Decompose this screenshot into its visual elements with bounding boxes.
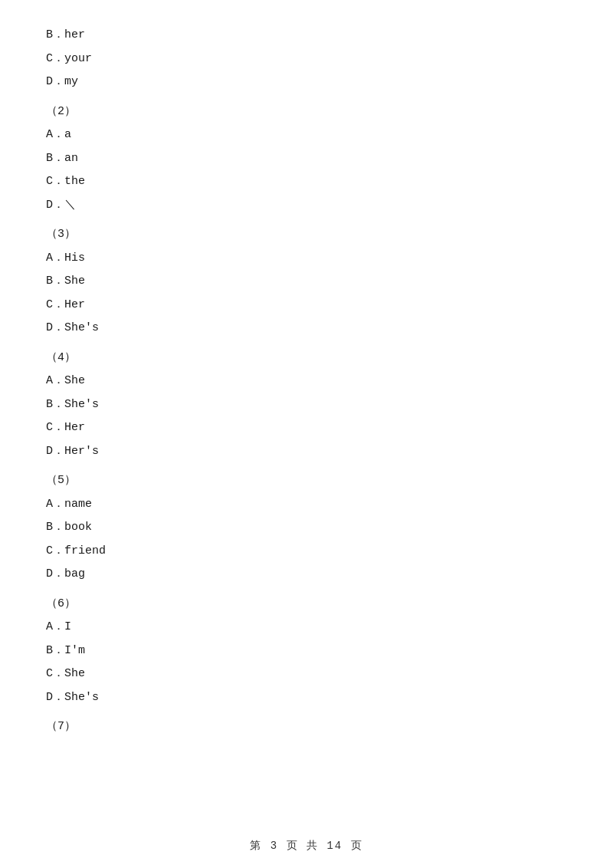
option-a-name: A．name <box>46 494 567 516</box>
option-c-she-3: C．She <box>46 663 567 686</box>
section-7-label: （7） <box>46 716 567 738</box>
option-c-her-2: C．Her <box>46 417 567 439</box>
section-2-label: （2） <box>46 101 567 123</box>
option-c-her: C．Her <box>46 294 567 317</box>
content-area: B．her C．your D．my （2） A．a B．an C．the D．＼… <box>46 25 567 738</box>
option-b-shes-2: B．She's <box>46 394 567 416</box>
option-a-i: A．I <box>46 616 567 639</box>
page-footer: 第 3 页 共 14 页 <box>46 839 567 853</box>
option-d-bag: D．bag <box>46 564 567 586</box>
option-b-an: B．an <box>46 148 567 170</box>
section-5-label: （5） <box>46 470 567 492</box>
option-c-the: C．the <box>46 171 567 193</box>
option-b-book: B．book <box>46 517 567 539</box>
section-4-label: （4） <box>46 347 567 370</box>
option-b-she: B．She <box>46 271 567 293</box>
option-d-shes-1: D．She's <box>46 317 567 340</box>
option-c-your: C．your <box>46 48 567 71</box>
option-a-she-2: A．She <box>46 370 567 393</box>
option-c-friend: C．friend <box>46 541 567 563</box>
option-b-im: B．I'm <box>46 640 567 663</box>
section-6-label: （6） <box>46 593 567 616</box>
option-a-his: A．His <box>46 248 567 270</box>
option-d-shes-3: D．She's <box>46 687 567 709</box>
option-d-slash: D．＼ <box>46 195 567 217</box>
option-d-my: D．my <box>46 71 567 94</box>
option-d-hers: D．Her's <box>46 441 567 463</box>
option-a-a: A．a <box>46 124 567 146</box>
option-b-her: B．her <box>46 25 567 47</box>
section-3-label: （3） <box>46 224 567 246</box>
